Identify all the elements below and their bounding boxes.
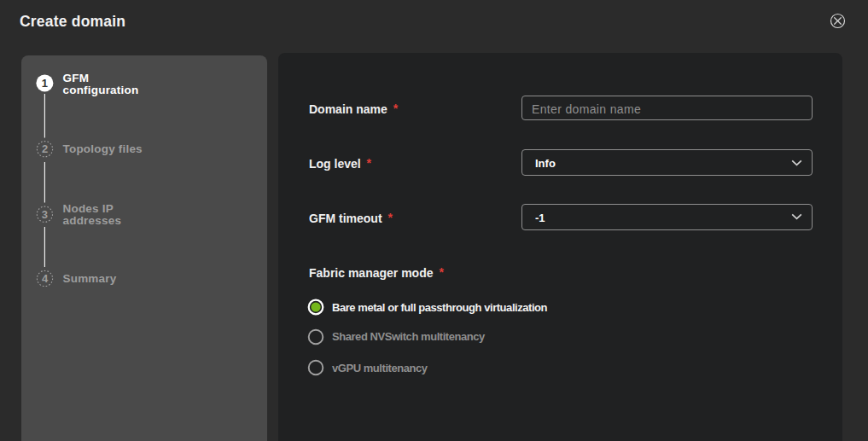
svg-text:4: 4 [42, 272, 49, 285]
svg-text:2: 2 [42, 142, 48, 155]
svg-text:1: 1 [42, 77, 48, 90]
svg-text:3: 3 [42, 208, 48, 221]
